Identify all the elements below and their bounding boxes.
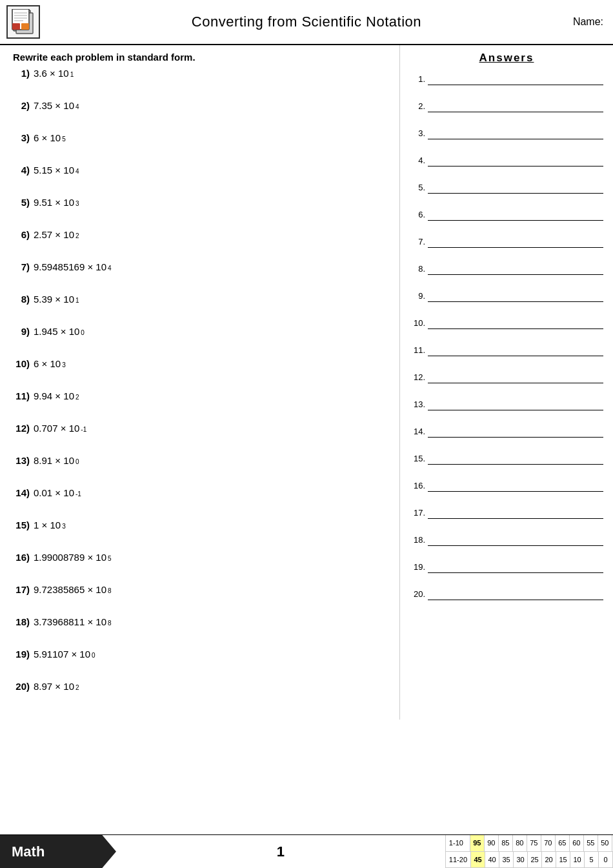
problem-row: 17)9.72385865 × 108 [13, 584, 390, 605]
answer-line[interactable] [428, 345, 603, 356]
problem-expression: 9.72385865 × 108 [34, 584, 112, 595]
answer-row: 20. [410, 582, 603, 600]
problem-row: 18)3.73968811 × 108 [13, 616, 390, 637]
answer-row: 8. [410, 257, 603, 275]
problem-number: 4) [13, 165, 34, 176]
score-cell: 15 [556, 852, 570, 868]
problem-expression: 1.945 × 100 [34, 326, 85, 337]
answer-line[interactable] [428, 263, 603, 275]
score-cell: 30 [514, 852, 528, 868]
problem-number: 18) [13, 616, 34, 627]
answer-line[interactable] [428, 534, 603, 546]
math-badge: Math [0, 835, 116, 868]
answer-line[interactable] [428, 480, 603, 492]
answer-line[interactable] [428, 128, 603, 139]
score-cell: 10 [570, 852, 585, 868]
answer-number: 6. [410, 210, 428, 221]
answer-number: 18. [410, 535, 428, 546]
score-row: 1-1095908580757065605550 [446, 835, 613, 852]
problem-expression: 5.15 × 104 [34, 165, 79, 176]
answer-line[interactable] [428, 209, 603, 221]
answer-number: 19. [410, 562, 428, 573]
instruction-text: Rewrite each problem in standard form. [13, 52, 390, 63]
answer-number: 2. [410, 101, 428, 112]
problem-row: 12)0.707 × 10-1 [13, 423, 390, 443]
problem-row: 2)7.35 × 104 [13, 100, 390, 121]
problem-row: 6)2.57 × 102 [13, 229, 390, 250]
score-cell: 35 [499, 852, 514, 868]
answers-list: 1.2.3.4.5.6.7.8.9.10.11.12.13.14.15.16.1… [410, 67, 603, 600]
answer-row: 19. [410, 555, 603, 573]
answer-number: 17. [410, 508, 428, 519]
answer-number: 20. [410, 589, 428, 600]
answer-number: 4. [410, 156, 428, 167]
svg-rect-4 [21, 23, 29, 30]
problem-row: 8)5.39 × 101 [13, 294, 390, 314]
answer-line[interactable] [428, 101, 603, 112]
answer-line[interactable] [428, 426, 603, 438]
main-content: Rewrite each problem in standard form. 1… [0, 45, 613, 720]
answer-line[interactable] [428, 155, 603, 167]
problem-number: 16) [13, 552, 34, 563]
answer-line[interactable] [428, 453, 603, 465]
problem-number: 3) [13, 132, 34, 143]
page-title: Converting from Scientific Notation [46, 14, 567, 30]
answer-line[interactable] [428, 318, 603, 329]
problem-row: 13)8.91 × 100 [13, 455, 390, 476]
problem-row: 3)6 × 105 [13, 132, 390, 153]
answer-number: 10. [410, 318, 428, 329]
logo-icon [6, 5, 40, 39]
problems-section: Rewrite each problem in standard form. 1… [0, 45, 400, 720]
answer-row: 3. [410, 121, 603, 139]
problem-number: 9) [13, 326, 34, 337]
answer-row: 13. [410, 392, 603, 410]
answer-number: 13. [410, 399, 428, 410]
problem-expression: 8.97 × 102 [34, 681, 79, 692]
score-table: 1-109590858075706560555011-2045403530252… [445, 835, 613, 868]
answer-line[interactable] [428, 372, 603, 383]
answer-line[interactable] [428, 507, 603, 519]
answer-row: 11. [410, 338, 603, 356]
problem-row: 15)1 × 103 [13, 520, 390, 540]
problem-number: 13) [13, 455, 34, 466]
problem-number: 14) [13, 487, 34, 498]
svg-rect-3 [12, 23, 20, 30]
answer-number: 15. [410, 454, 428, 465]
score-cell: 5 [585, 852, 599, 868]
page-header: Converting from Scientific Notation Name… [0, 0, 613, 45]
problem-number: 5) [13, 197, 34, 208]
score-cell: 20 [542, 852, 556, 868]
answer-row: 18. [410, 528, 603, 546]
answer-row: 4. [410, 148, 603, 167]
score-range-label: 11-20 [446, 852, 471, 868]
answer-line[interactable] [428, 74, 603, 85]
answer-row: 14. [410, 419, 603, 438]
answer-number: 11. [410, 345, 428, 356]
answers-section: Answers 1.2.3.4.5.6.7.8.9.10.11.12.13.14… [400, 45, 613, 720]
name-label: Name: [573, 16, 603, 28]
answer-line[interactable] [428, 561, 603, 573]
score-cell: 45 [471, 852, 485, 868]
problem-expression: 2.57 × 102 [34, 229, 79, 240]
answer-line[interactable] [428, 236, 603, 248]
problem-expression: 7.35 × 104 [34, 100, 79, 111]
problem-number: 1) [13, 68, 34, 79]
problem-expression: 6 × 105 [34, 132, 66, 143]
page-number: 1 [116, 835, 445, 868]
answer-line[interactable] [428, 290, 603, 302]
score-cell: 70 [541, 835, 556, 851]
answer-line[interactable] [428, 589, 603, 600]
answers-title: Answers [410, 52, 603, 65]
problem-number: 8) [13, 294, 34, 305]
answer-row: 2. [410, 94, 603, 112]
page-footer: Math 1 1-109590858075706560555011-204540… [0, 834, 613, 868]
answer-number: 14. [410, 427, 428, 438]
answer-row: 15. [410, 447, 603, 465]
answer-line[interactable] [428, 182, 603, 194]
score-cell: 55 [584, 835, 598, 851]
problem-row: 19)5.91107 × 100 [13, 649, 390, 669]
problem-expression: 9.51 × 103 [34, 197, 79, 208]
problems-list: 1)3.6 × 1012)7.35 × 1043)6 × 1054)5.15 ×… [13, 68, 390, 701]
answer-line[interactable] [428, 399, 603, 410]
score-range-label: 1-10 [446, 835, 470, 851]
